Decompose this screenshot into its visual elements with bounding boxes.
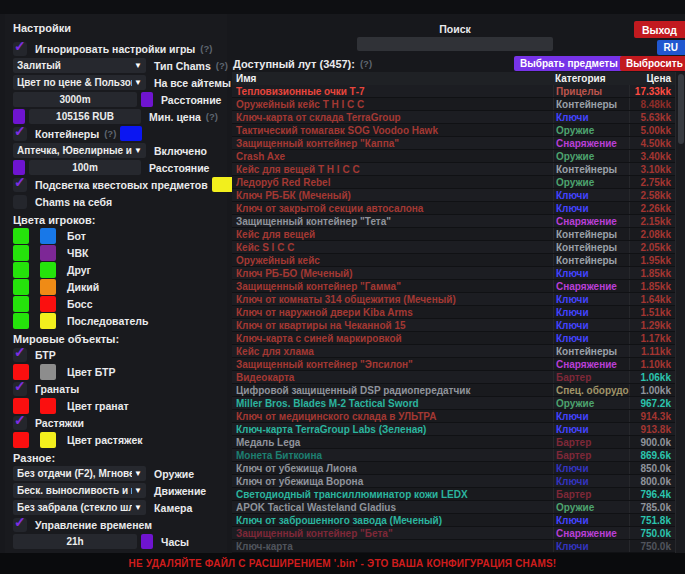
table-row[interactable]: Тепловизионные очки Т-7Прицелы17.33kk (232, 85, 675, 98)
color-swatch[interactable] (212, 177, 234, 192)
color-swatch[interactable] (13, 432, 29, 448)
search-input[interactable] (357, 37, 553, 51)
color-swatch[interactable] (40, 432, 56, 448)
column-name[interactable]: Имя (232, 73, 553, 84)
table-row[interactable]: Ключ от квартиры на Чеканной 15Ключи1.29… (232, 319, 675, 332)
table-row[interactable]: Ключ-картаКлючи750.0k (232, 540, 675, 553)
checkbox[interactable]: ✓ (13, 42, 27, 56)
dropdown[interactable]: Без отдачи (F2), Мгновенное п▼ (13, 466, 146, 481)
table-row[interactable]: Монета БиткоинаБартер869.6k (232, 449, 675, 462)
table-scrollbar[interactable] (675, 72, 685, 553)
item-price: 1.64kk (629, 293, 675, 305)
table-row[interactable]: Защищенный контейнер "Бета"Снаряжение750… (232, 527, 675, 540)
settings-label: Тип Chams (154, 60, 211, 72)
checkbox[interactable]: ✓ (13, 348, 27, 362)
table-row[interactable]: Ключ РБ-БК (Меченый)Ключи2.58kk (232, 189, 675, 202)
item-name: Монета Биткоина (232, 450, 553, 461)
item-name: Ключ от квартиры на Чеканной 15 (232, 320, 553, 331)
dropdown[interactable]: Цвет по цене & Пользователь▼ (13, 75, 146, 90)
item-price: 2.08kk (629, 228, 675, 240)
table-row[interactable]: Crash AxeОружие3.40kk (232, 150, 675, 163)
table-row[interactable]: Оружейный кейсКонтейнеры1.95kk (232, 254, 675, 267)
table-row[interactable]: Тактический томагавк SOG Voodoo HawkОруж… (232, 124, 675, 137)
item-name: Тактический томагавк SOG Voodoo Hawk (232, 125, 553, 136)
table-row[interactable]: APOK Tactical Wasteland GladiusОружие785… (232, 501, 675, 514)
table-row[interactable]: Защищенный контейнер "Эпсилон"Снаряжение… (232, 358, 675, 371)
table-row[interactable]: Ключ от медицинского склада в УЛЬТРАКлюч… (232, 410, 675, 423)
dropdown[interactable]: Залитый▼ (13, 58, 146, 73)
color-swatch[interactable] (40, 228, 56, 244)
color-swatch[interactable] (40, 262, 56, 278)
color-swatch[interactable] (40, 245, 56, 261)
color-swatch[interactable] (13, 262, 29, 278)
color-swatch[interactable] (40, 296, 56, 312)
table-row[interactable]: Ключ-карта с синей маркировкойКлючи1.17k… (232, 332, 675, 345)
table-row[interactable]: Ледоруб Red RebelОружие2.75kk (232, 176, 675, 189)
item-name: APOK Tactical Wasteland Gladius (232, 502, 553, 513)
checkbox[interactable]: ✓ (13, 416, 27, 430)
dropdown[interactable]: Аптечка, Ювелирные и...▼ (13, 143, 146, 158)
color-swatch[interactable] (13, 313, 29, 329)
item-price: 17.33kk (629, 85, 675, 97)
table-row[interactable]: Защищенный контейнер "Гамма"Снаряжение1.… (232, 280, 675, 293)
color-swatch[interactable] (141, 92, 153, 107)
checkbox[interactable]: ✓ (13, 127, 27, 141)
scrollbar-thumb[interactable] (678, 74, 684, 144)
column-category[interactable]: Категория (553, 72, 629, 85)
text-input[interactable]: 105156 RUB (29, 109, 141, 124)
table-row[interactable]: Ключ-карта TerraGroup Labs (Зеленая)Ключ… (232, 423, 675, 436)
checkbox[interactable] (13, 195, 27, 209)
column-price[interactable]: Цена (629, 72, 675, 85)
table-row[interactable]: Ключ-карта от склада TerraGroupКлючи5.63… (232, 111, 675, 124)
color-swatch[interactable] (13, 296, 29, 312)
exit-button[interactable]: Выход (634, 21, 685, 38)
config-warning-text: НЕ УДАЛЯЙТЕ ФАЙЛ С РАСШИРЕНИЕМ '.bin' - … (129, 558, 557, 569)
item-price: 800.0k (629, 475, 675, 487)
settings-label: Управление временем (35, 519, 152, 531)
table-row[interactable]: Кейс для хламаКонтейнеры1.11kk (232, 345, 675, 358)
dropdown[interactable]: Без забрала (стекло шлема)▼ (13, 500, 146, 515)
table-row[interactable]: Ключ от убежища ВоронаКлючи800.0k (232, 475, 675, 488)
settings-label: Цвет растяжек (67, 434, 143, 446)
color-swatch[interactable] (40, 313, 56, 329)
table-row[interactable]: Оружейный кейс T H I C CКонтейнеры8.48kk (232, 98, 675, 111)
table-row[interactable]: Кейс для вещейКонтейнеры2.08kk (232, 228, 675, 241)
color-swatch[interactable] (13, 228, 29, 244)
table-row[interactable]: Ключ от закрытой секции автосалонаКлючи2… (232, 202, 675, 215)
color-swatch[interactable] (40, 398, 56, 414)
settings-row: ✓Растяжки (13, 414, 227, 431)
item-name: Светодиодный трансиллюминатор кожи LEDX (232, 489, 553, 500)
checkbox[interactable]: ✓ (13, 518, 27, 532)
color-swatch[interactable] (40, 364, 56, 380)
text-input[interactable]: 21h (13, 534, 137, 549)
table-row[interactable]: Кейс S I C CКонтейнеры2.05kk (232, 241, 675, 254)
checkbox[interactable]: ✓ (13, 382, 27, 396)
table-row[interactable]: Медаль LegaБартер900.0k (232, 436, 675, 449)
table-row[interactable]: Ключ от заброшенного завода (Меченый)Клю… (232, 514, 675, 527)
table-row[interactable]: Ключ РБ-БО (Меченый)Ключи1.85kk (232, 267, 675, 280)
color-swatch[interactable] (13, 279, 29, 295)
table-row[interactable]: Защищенный контейнер "Каппа"Снаряжение4.… (232, 137, 675, 150)
drop-all-button[interactable]: Выбросить все (620, 56, 685, 71)
table-row[interactable]: Светодиодный трансиллюминатор кожи LEDXБ… (232, 488, 675, 501)
table-row[interactable]: Кейс для вещей T H I C CКонтейнеры3.10kk (232, 163, 675, 176)
text-input[interactable]: 3000m (13, 92, 137, 107)
color-swatch[interactable] (40, 279, 56, 295)
color-swatch[interactable] (141, 534, 153, 549)
table-row[interactable]: Цифровой защищенный DSP радиопередатчикС… (232, 384, 675, 397)
table-row[interactable]: Ключ от убежища ЛионаКлючи850.0k (232, 462, 675, 475)
checkmark-icon: ✓ (14, 38, 26, 54)
color-swatch[interactable] (120, 126, 142, 141)
dropdown[interactable]: Беск. выносливость и нет уста:▼ (13, 483, 146, 498)
checkbox[interactable]: ✓ (13, 178, 27, 192)
table-row[interactable]: ВидеокартаБартер1.06kk (232, 371, 675, 384)
table-row[interactable]: Защищенный контейнер "Тета"Снаряжение2.1… (232, 215, 675, 228)
language-button[interactable]: RU (657, 40, 685, 55)
settings-row: Мировые объекты: (13, 329, 227, 346)
settings-label: Chams на себя (35, 196, 112, 208)
table-row[interactable]: Ключ от наружной двери Kiba ArmsКлючи1.5… (232, 306, 675, 319)
text-input[interactable]: 100m (29, 160, 141, 175)
table-row[interactable]: Miller Bros. Blades M-2 Tactical SwordОр… (232, 397, 675, 410)
table-row[interactable]: Ключ от комнаты 314 общежития (Меченый)К… (232, 293, 675, 306)
color-swatch[interactable] (13, 245, 29, 261)
